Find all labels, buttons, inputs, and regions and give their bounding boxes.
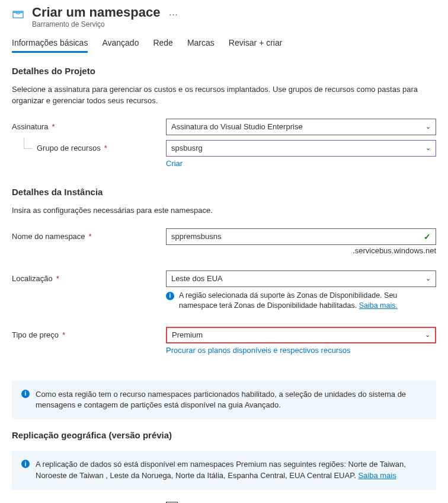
pricing-tier-select[interactable]: Premium ⌄ xyxy=(166,327,436,343)
geo-heading: Replicação geográfica (versão prévia) xyxy=(12,430,436,440)
chevron-down-icon: ⌄ xyxy=(425,331,430,339)
resource-group-select[interactable]: spsbusrg ⌄ xyxy=(166,140,436,157)
namespace-suffix: .servicebus.windows.net xyxy=(166,246,436,255)
geo-learn-more-link[interactable]: Saiba mais xyxy=(358,471,396,480)
namespace-name-label: Nome do namespace* xyxy=(12,228,166,241)
chevron-down-icon: ⌄ xyxy=(425,144,431,152)
location-label: Localização* xyxy=(12,270,166,283)
tabs: Informações básicas Avançado Rede Marcas… xyxy=(12,34,436,53)
subscription-select[interactable]: Assinatura do Visual Studio Enterprise ⌄ xyxy=(166,119,436,135)
chevron-down-icon: ⌄ xyxy=(425,123,431,130)
partition-info-panel: i Como esta região tem o recurso namespa… xyxy=(12,381,436,420)
service-bus-icon xyxy=(12,7,26,21)
location-learn-more-link[interactable]: Saiba mais. xyxy=(359,301,398,310)
instance-desc: Insira as configurações necessárias para… xyxy=(12,205,436,217)
info-icon: i xyxy=(21,390,30,398)
namespace-name-input[interactable]: sppremsbusns ✓ xyxy=(166,228,436,245)
subscription-label: Assinatura* xyxy=(12,119,166,131)
geo-info-panel: i A replicação de dados só está disponív… xyxy=(12,451,436,490)
tab-network[interactable]: Rede xyxy=(153,34,172,53)
page-header: Criar um namespace … Barramento de Servi… xyxy=(12,0,436,28)
resource-group-label: Grupo de recursos* xyxy=(12,140,166,152)
check-icon: ✓ xyxy=(424,232,431,241)
project-desc: Selecione a assinatura para gerenciar os… xyxy=(12,84,436,107)
tab-basics[interactable]: Informações básicas xyxy=(12,34,88,53)
page-title: Criar um namespace xyxy=(32,5,160,20)
tab-advanced[interactable]: Avançado xyxy=(102,34,139,53)
create-resource-group-link[interactable]: Criar xyxy=(166,159,183,168)
enable-geo-label: Habilitar a replicação geográfica i xyxy=(12,501,166,503)
svg-rect-1 xyxy=(13,11,23,13)
pricing-label: Tipo de preço* xyxy=(12,327,166,339)
project-heading: Detalhes do Projeto xyxy=(12,66,436,76)
tab-review[interactable]: Revisar + criar xyxy=(229,34,283,53)
info-icon: i xyxy=(166,292,174,300)
browse-pricing-link[interactable]: Procurar os planos disponíveis e respect… xyxy=(166,346,350,355)
chevron-down-icon: ⌄ xyxy=(425,275,431,282)
tab-tags[interactable]: Marcas xyxy=(187,34,215,53)
info-icon: i xyxy=(21,460,30,468)
more-actions-button[interactable]: … xyxy=(168,7,179,18)
location-select[interactable]: Leste dos EUA ⌄ xyxy=(166,270,436,287)
page-subtitle: Barramento de Serviço xyxy=(32,20,436,28)
instance-heading: Detalhes da Instância xyxy=(12,187,436,197)
location-info: i A região selecionada dá suporte às Zon… xyxy=(166,291,436,311)
